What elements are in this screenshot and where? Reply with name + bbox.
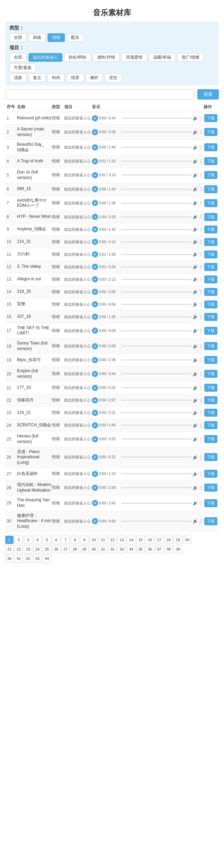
- play-button[interactable]: [92, 129, 98, 135]
- more-icon[interactable]: ⋮: [199, 276, 204, 282]
- volume-icon[interactable]: 🔊: [193, 130, 198, 135]
- progress-bar[interactable]: [121, 279, 192, 280]
- play-button[interactable]: [92, 186, 98, 192]
- page-14[interactable]: 14: [127, 536, 135, 544]
- download-button[interactable]: 下载: [204, 128, 217, 136]
- volume-icon[interactable]: 🔊: [193, 239, 198, 244]
- page-25[interactable]: 25: [43, 545, 51, 553]
- proj-btn-light[interactable]: 轻松/明快: [64, 53, 91, 62]
- download-button[interactable]: 下载: [204, 342, 217, 350]
- volume-icon[interactable]: 🔊: [193, 372, 198, 376]
- play-button[interactable]: [92, 436, 98, 442]
- download-button[interactable]: 下载: [204, 288, 217, 296]
- download-button[interactable]: 下载: [204, 499, 217, 507]
- more-icon[interactable]: ⋮: [199, 398, 204, 403]
- play-button[interactable]: [92, 518, 98, 524]
- volume-icon[interactable]: 🔊: [193, 214, 198, 219]
- page-41[interactable]: 41: [15, 554, 23, 563]
- play-button[interactable]: [92, 158, 98, 164]
- page-31[interactable]: 31: [99, 545, 107, 553]
- volume-icon[interactable]: 🔊: [193, 398, 198, 403]
- page-19[interactable]: 19: [174, 536, 182, 544]
- volume-icon[interactable]: 🔊: [193, 501, 198, 505]
- progress-bar[interactable]: [121, 216, 192, 218]
- volume-icon[interactable]: 🔊: [193, 116, 198, 121]
- page-13[interactable]: 13: [118, 536, 126, 544]
- more-icon[interactable]: ⋮: [199, 343, 204, 349]
- page-18[interactable]: 18: [164, 536, 173, 544]
- proj-btn-fire[interactable]: 燃炸: [86, 74, 103, 82]
- more-icon[interactable]: ⋮: [199, 159, 204, 164]
- volume-icon[interactable]: 🔊: [193, 277, 198, 282]
- more-icon[interactable]: ⋮: [199, 328, 204, 333]
- volume-icon[interactable]: 🔊: [193, 252, 198, 257]
- more-icon[interactable]: ⋮: [199, 410, 204, 416]
- download-button[interactable]: 下载: [204, 421, 217, 429]
- play-button[interactable]: [92, 200, 98, 206]
- more-icon[interactable]: ⋮: [199, 116, 204, 121]
- proj-btn-romance[interactable]: 浪漫爱情: [121, 53, 147, 62]
- page-10[interactable]: 10: [89, 536, 98, 544]
- download-button[interactable]: 下载: [204, 356, 217, 364]
- search-button[interactable]: 搜索: [197, 89, 219, 100]
- download-button[interactable]: 下载: [204, 238, 217, 246]
- more-icon[interactable]: ⋮: [199, 129, 204, 135]
- more-icon[interactable]: ⋮: [199, 186, 204, 192]
- volume-icon[interactable]: 🔊: [193, 187, 198, 192]
- play-button[interactable]: [92, 226, 98, 232]
- more-icon[interactable]: ⋮: [199, 145, 204, 150]
- progress-bar[interactable]: [121, 203, 192, 204]
- download-button[interactable]: 下载: [204, 409, 217, 417]
- volume-icon[interactable]: 🔊: [193, 358, 198, 363]
- progress-bar[interactable]: [121, 400, 192, 401]
- progress-bar[interactable]: [121, 487, 192, 488]
- page-3[interactable]: 3: [24, 536, 32, 544]
- page-4[interactable]: 4: [33, 536, 42, 544]
- search-input[interactable]: [5, 89, 195, 100]
- proj-btn-warm[interactable]: 温暖/幸福: [149, 53, 175, 62]
- page-44[interactable]: 44: [43, 554, 51, 563]
- download-button[interactable]: 下载: [204, 396, 217, 404]
- more-icon[interactable]: ⋮: [199, 314, 204, 320]
- volume-icon[interactable]: 🔊: [193, 455, 198, 460]
- page-32[interactable]: 32: [108, 545, 117, 553]
- page-8[interactable]: 8: [71, 536, 79, 544]
- page-35[interactable]: 35: [136, 545, 145, 553]
- progress-bar[interactable]: [121, 316, 192, 317]
- page-20[interactable]: 20: [183, 536, 191, 544]
- volume-icon[interactable]: 🔊: [193, 227, 198, 232]
- play-button[interactable]: [92, 115, 98, 121]
- download-button[interactable]: 下载: [204, 300, 217, 308]
- progress-bar[interactable]: [121, 189, 192, 190]
- page-37[interactable]: 37: [155, 545, 163, 553]
- page-40[interactable]: 40: [5, 554, 14, 563]
- progress-bar[interactable]: [121, 118, 192, 119]
- play-button[interactable]: [92, 500, 98, 506]
- proj-btn-lyric[interactable]: 感性/抒情: [93, 53, 119, 62]
- progress-bar[interactable]: [121, 457, 192, 458]
- progress-bar[interactable]: [121, 131, 192, 133]
- volume-icon[interactable]: 🔊: [193, 410, 198, 415]
- more-icon[interactable]: ⋮: [199, 200, 204, 206]
- play-button[interactable]: [92, 385, 98, 391]
- download-button[interactable]: 下载: [204, 263, 217, 271]
- download-button[interactable]: 下载: [204, 517, 217, 525]
- page-7[interactable]: 7: [61, 536, 70, 544]
- download-button[interactable]: 下载: [204, 470, 217, 478]
- page-33[interactable]: 33: [118, 545, 126, 553]
- page-16[interactable]: 16: [146, 536, 154, 544]
- play-button[interactable]: [92, 289, 98, 295]
- volume-icon[interactable]: 🔊: [193, 423, 198, 428]
- more-icon[interactable]: ⋮: [199, 471, 204, 477]
- volume-icon[interactable]: 🔊: [193, 344, 198, 349]
- play-button[interactable]: [92, 454, 98, 460]
- page-21[interactable]: 21: [5, 545, 14, 553]
- volume-icon[interactable]: 🔊: [193, 385, 198, 390]
- download-button[interactable]: 下载: [204, 275, 217, 283]
- play-button[interactable]: [92, 251, 98, 257]
- page-30[interactable]: 30: [89, 545, 98, 553]
- more-icon[interactable]: ⋮: [199, 436, 204, 442]
- progress-bar[interactable]: [121, 373, 192, 374]
- page-42[interactable]: 42: [24, 554, 32, 563]
- download-button[interactable]: 下载: [204, 171, 217, 179]
